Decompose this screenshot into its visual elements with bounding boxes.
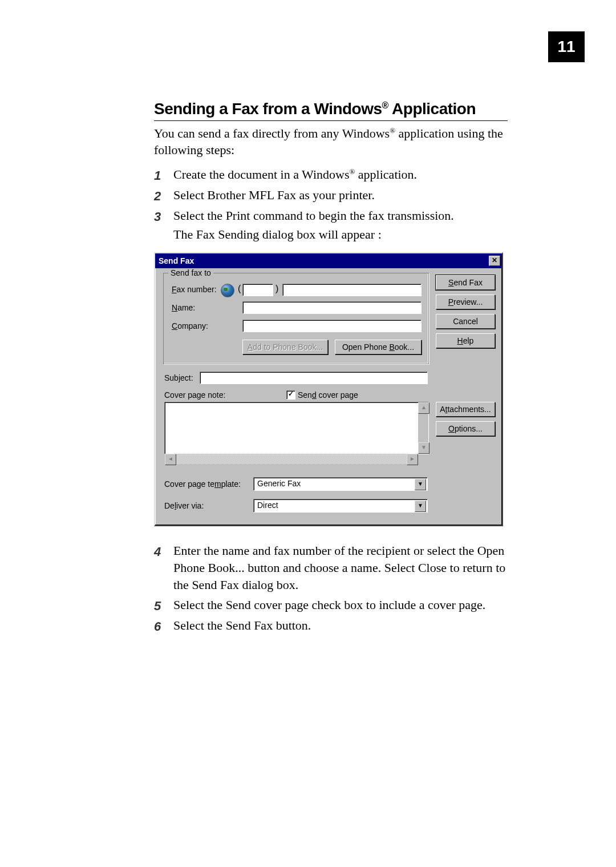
dropdown-arrow-icon: ▼ xyxy=(415,479,426,490)
open-phonebook-button[interactable]: Open Phone Book... xyxy=(335,340,422,354)
deliver-via-label: Deliver via: xyxy=(164,501,204,510)
close-icon: ✕ xyxy=(492,256,497,264)
step-2: 2 Select Brother MFL Fax as your printer… xyxy=(154,187,508,204)
steps-list-bottom: 4 Enter the name and fax number of the r… xyxy=(154,542,508,634)
page-number: 11 xyxy=(557,38,575,56)
dropdown-arrow-icon: ▼ xyxy=(415,501,426,512)
cover-template-combo[interactable]: Generic Fax ▼ xyxy=(253,477,428,491)
intro-paragraph: You can send a fax directly from any Win… xyxy=(154,126,508,158)
groupbox-legend: Send fax to xyxy=(168,268,213,277)
step-number-icon: 1 xyxy=(154,167,168,181)
scroll-up-button[interactable]: ▲ xyxy=(418,402,429,414)
cover-note-label: Cover page note: xyxy=(164,390,225,400)
cover-template-value: Generic Fax xyxy=(257,479,301,488)
add-to-phonebook-button: Add to Phone Book... xyxy=(242,340,328,354)
send-fax-dialog: Send Fax ✕ Send fax to Fax number: ( ) N… xyxy=(154,252,503,526)
step-text: Select the Send Fax button. xyxy=(173,618,311,632)
close-button[interactable]: ✕ xyxy=(489,256,500,266)
vertical-scrollbar[interactable]: ▲ ▼ xyxy=(418,402,428,454)
step-6: 6 Select the Send Fax button. xyxy=(154,617,508,634)
step-3: 3 Select the Print command to begin the … xyxy=(154,207,508,224)
step-number-icon: 5 xyxy=(154,598,168,611)
step-text: Select the Print command to begin the fa… xyxy=(173,208,454,223)
step-1: 1 Create the document in a Windows® appl… xyxy=(154,166,508,183)
paren-open: ( xyxy=(238,284,241,294)
cover-note-textarea[interactable]: ▲ ▼ ◄ ► xyxy=(164,402,429,454)
steps-list-top: 1 Create the document in a Windows® appl… xyxy=(154,166,508,224)
subject-label: Subject: xyxy=(164,373,193,382)
attachments-button[interactable]: Attachments... xyxy=(436,402,495,417)
paren-close: ) xyxy=(275,284,278,294)
step-text: Select the Send cover page check box to … xyxy=(173,598,485,612)
name-input[interactable] xyxy=(242,301,422,314)
company-input[interactable] xyxy=(242,320,422,332)
options-button[interactable]: Options... xyxy=(436,421,495,436)
globe-icon[interactable] xyxy=(221,284,234,297)
cancel-button[interactable]: Cancel xyxy=(436,314,495,329)
document-page: 11 Sending a Fax from a Windows® Applica… xyxy=(0,0,616,867)
main-content: Sending a Fax from a Windows® Applicatio… xyxy=(154,100,508,634)
step-4: 4 Enter the name and fax number of the r… xyxy=(154,542,508,593)
scroll-down-button[interactable]: ▼ xyxy=(418,442,429,454)
send-fax-button[interactable]: Send Fax xyxy=(436,275,495,290)
dialog-body: Send fax to Fax number: ( ) Name: Compan… xyxy=(155,268,502,525)
cover-template-label: Cover page template: xyxy=(164,479,241,489)
step-number-icon: 4 xyxy=(154,543,168,557)
scroll-right-button[interactable]: ► xyxy=(407,454,418,465)
scroll-left-button[interactable]: ◄ xyxy=(165,454,176,465)
deliver-via-value: Direct xyxy=(257,501,278,510)
step-number-icon: 6 xyxy=(154,618,168,632)
fax-area-code-input[interactable] xyxy=(242,284,273,296)
fax-number-label: Fax number: xyxy=(172,285,217,294)
dialog-title: Send Fax xyxy=(159,256,194,265)
section-heading: Sending a Fax from a Windows® Applicatio… xyxy=(154,100,508,121)
fax-number-input[interactable] xyxy=(282,284,422,296)
company-label: Company: xyxy=(172,321,208,330)
deliver-via-combo[interactable]: Direct ▼ xyxy=(253,499,428,513)
side-button-column: Send Fax Preview... Cancel Help xyxy=(436,275,495,353)
step-5: 5 Select the Send cover page check box t… xyxy=(154,596,508,614)
step-number-icon: 2 xyxy=(154,188,168,201)
step-text: Select Brother MFL Fax as your printer. xyxy=(173,188,375,202)
checkmark-icon: ✓ xyxy=(288,390,294,398)
page-number-tab: 11 xyxy=(548,31,585,62)
step-number-icon: 3 xyxy=(154,208,168,222)
preview-button[interactable]: Preview... xyxy=(436,295,495,309)
send-cover-checkbox[interactable]: ✓ xyxy=(286,390,295,400)
help-button[interactable]: Help xyxy=(436,333,495,348)
name-label: Name: xyxy=(172,303,195,312)
send-fax-to-groupbox: Send fax to Fax number: ( ) Name: Compan… xyxy=(163,273,429,364)
cancel-button-label: Cancel xyxy=(453,317,478,326)
horizontal-scrollbar[interactable]: ◄ ► xyxy=(165,454,418,464)
subject-input[interactable] xyxy=(200,372,428,384)
step-3-subtext: The Fax Sending dialog box will appear : xyxy=(173,227,508,242)
send-cover-label: Send cover page xyxy=(298,390,358,400)
dialog-titlebar[interactable]: Send Fax ✕ xyxy=(155,253,502,268)
step-text: Enter the name and fax number of the rec… xyxy=(173,543,505,591)
